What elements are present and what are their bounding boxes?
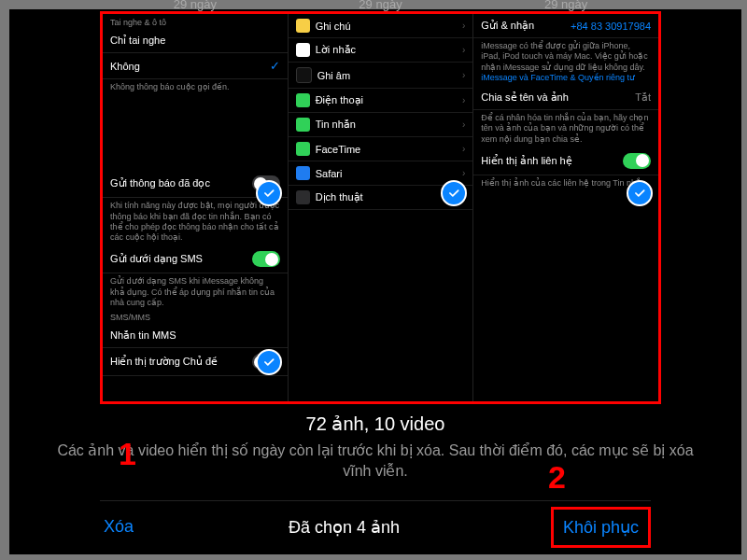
mms-row[interactable]: Nhắn tin MMS bbox=[103, 324, 288, 348]
thumbnail-col-2[interactable]: 29 ngày Ghi chú› Lời nhắc› Ghi âm› Điện … bbox=[289, 14, 474, 401]
thumbnail-col-1[interactable]: 29 ngày Tai nghe & ô tô Chỉ tai nghe Khô… bbox=[103, 14, 289, 401]
chevron-right-icon: › bbox=[462, 95, 465, 105]
safari-icon bbox=[296, 166, 310, 180]
bottom-toolbar: Xóa Đã chọn 4 ảnh Khôi phục bbox=[100, 500, 651, 553]
voice-memos-icon bbox=[296, 67, 312, 83]
app-row[interactable]: Điện thoại› bbox=[289, 89, 473, 113]
help-text: Khi tính năng này được bật, mọi người đư… bbox=[103, 198, 288, 245]
setting-row[interactable]: Chỉ tai nghe bbox=[103, 29, 288, 53]
tutorial-frame: 29 ngày Tai nghe & ô tô Chỉ tai nghe Khô… bbox=[0, 0, 747, 560]
chevron-right-icon: › bbox=[462, 70, 465, 80]
help-text: Không thông báo cuộc gọi đến. bbox=[103, 79, 288, 95]
selection-status: Đã chọn 4 ảnh bbox=[285, 517, 403, 538]
translate-icon bbox=[296, 190, 310, 204]
device-screen: 29 ngày Tai nghe & ô tô Chỉ tai nghe Khô… bbox=[9, 9, 741, 554]
callout-number-2: 2 bbox=[548, 459, 566, 496]
privacy-link[interactable]: iMessage và FaceTime & Quyền riêng tư bbox=[481, 73, 635, 82]
contact-photos-row[interactable]: Hiển thị ảnh liên hệ bbox=[473, 147, 658, 175]
help-text: iMessage có thể được gửi giữa iPhone, iP… bbox=[473, 38, 658, 86]
chevron-right-icon: › bbox=[462, 45, 465, 55]
chevron-right-icon: › bbox=[462, 144, 465, 154]
delete-button[interactable]: Xóa bbox=[100, 517, 137, 537]
chevron-right-icon: › bbox=[462, 168, 465, 178]
send-as-sms-row[interactable]: Gửi dưới dạng SMS bbox=[103, 245, 288, 273]
chevron-right-icon: › bbox=[462, 119, 465, 130]
toggle-switch[interactable] bbox=[252, 251, 280, 267]
callout-number-1: 1 bbox=[119, 436, 136, 472]
selection-check-icon[interactable] bbox=[627, 180, 653, 206]
app-row[interactable]: Ghi âm› bbox=[289, 63, 473, 89]
restore-button[interactable]: Khôi phục bbox=[551, 507, 651, 548]
setting-row[interactable]: Không✓ bbox=[103, 53, 288, 79]
days-remaining: 29 ngày bbox=[544, 0, 587, 11]
reminders-icon bbox=[296, 43, 310, 57]
messages-icon bbox=[296, 118, 310, 132]
share-name-photo-row[interactable]: Chia sẻ tên và ảnhTắt bbox=[473, 86, 658, 110]
section-header: SMS/MMS bbox=[103, 311, 288, 324]
chevron-right-icon: › bbox=[462, 21, 465, 31]
thumbnail-col-3[interactable]: 29 ngày Gửi & nhận+84 83 30917984 iMessa… bbox=[473, 14, 658, 401]
days-remaining: 29 ngày bbox=[359, 0, 402, 11]
app-row[interactable]: FaceTime› bbox=[289, 137, 473, 161]
toggle-switch[interactable] bbox=[623, 153, 651, 169]
phone-icon bbox=[296, 93, 310, 107]
send-receive-row[interactable]: Gửi & nhận+84 83 30917984 bbox=[473, 14, 658, 38]
selection-check-icon[interactable] bbox=[256, 180, 282, 206]
item-count: 72 ảnh, 10 video bbox=[49, 413, 702, 435]
phone-number: +84 83 30917984 bbox=[571, 21, 651, 32]
help-text: Để cá nhân hóa tin nhắn của bạn, hãy chọ… bbox=[473, 110, 658, 147]
app-row[interactable]: Ghi chú› bbox=[289, 14, 473, 38]
notes-icon bbox=[296, 19, 310, 33]
selection-check-icon[interactable] bbox=[256, 349, 282, 375]
app-row[interactable]: Lời nhắc› bbox=[289, 38, 473, 63]
section-header: Tai nghe & ô tô bbox=[103, 14, 288, 29]
album-description: Các ảnh và video hiển thị số ngày còn lạ… bbox=[49, 441, 702, 481]
app-row[interactable]: Tin nhắn› bbox=[289, 113, 473, 137]
checkmark-icon: ✓ bbox=[270, 59, 280, 73]
help-text: Gửi dưới dạng SMS khi iMessage không khả… bbox=[103, 273, 288, 311]
facetime-icon bbox=[296, 142, 310, 156]
recently-deleted-grid: 29 ngày Tai nghe & ô tô Chỉ tai nghe Khô… bbox=[100, 11, 661, 404]
days-remaining: 29 ngày bbox=[174, 0, 217, 11]
